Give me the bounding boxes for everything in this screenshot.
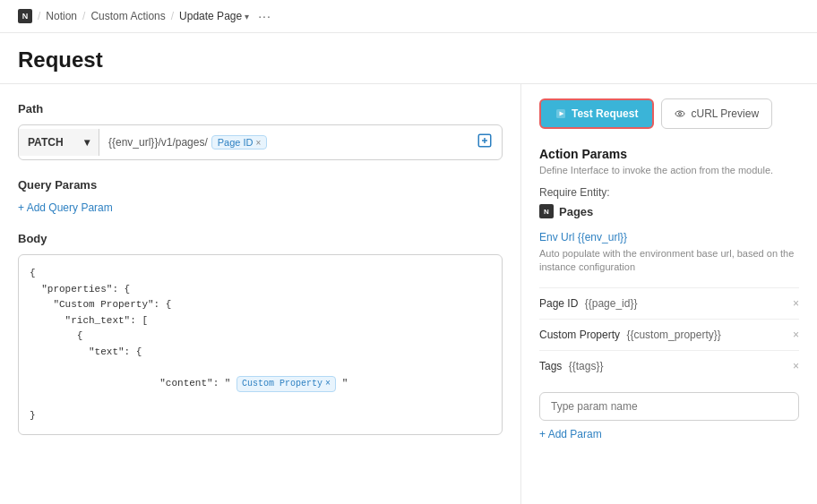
right-panel: Test Request cURL Preview Action Params … [521,84,817,504]
code-line-2: "properties": { [30,282,491,298]
main-content: Path PATCH ▾ {{env_url}}/v1/pages/ Page … [0,84,817,504]
method-chevron-icon: ▾ [84,136,90,149]
code-line-3: "Custom Property": { [30,297,491,313]
svg-point-6 [679,113,682,115]
test-request-label: Test Request [572,107,638,120]
breadcrumb-custom-actions[interactable]: Custom Actions [90,10,165,22]
body-section: Body { "properties": { "Custom Property"… [18,232,503,435]
custom-property-tag-label: Custom Property [242,377,322,391]
chevron-down-icon: ▾ [245,12,249,21]
query-params-label: Query Params [18,178,503,192]
breadcrumb-separator-2: / [82,10,85,22]
code-line-8: } [30,408,491,424]
path-prefix-text: {{env_url}}/v1/pages/ [108,136,208,149]
type-param-input[interactable] [539,392,799,421]
page-title: Request [18,47,799,73]
page-title-area: Request [0,33,817,84]
test-request-button[interactable]: Test Request [539,98,654,129]
require-entity-label: Require Entity: [539,186,799,199]
breadcrumb-separator-1: / [38,10,40,22]
param-row-value-1: {{custom_property}} [626,329,720,341]
code-line-6: "text": { [30,345,491,361]
action-params-desc: Define Interface to invoke the action fr… [539,165,799,175]
action-params-section: Action Params Define Interface to invoke… [539,147,799,440]
custom-property-tag: Custom Property × [236,376,336,392]
path-upload-button[interactable] [468,125,502,159]
param-row-close-2[interactable]: × [793,360,799,372]
param-row-value-2: {{tags}} [569,360,604,372]
svg-point-5 [675,111,684,116]
path-input-content[interactable]: {{env_url}}/v1/pages/ Page ID × [99,128,468,157]
env-url-desc: Auto populate with the environment base … [539,247,799,275]
add-param-button[interactable]: + Add Param [539,428,602,440]
eye-icon [675,108,685,119]
param-row-label-0: Page ID {{page_id}} [539,297,637,310]
entity-name: Pages [559,205,593,218]
code-line-7: "content": " Custom Property × " [30,361,491,408]
entity-notion-icon: N [539,204,554,218]
param-row-label-1: Custom Property {{custom_property}} [539,329,721,341]
path-input-row: PATCH ▾ {{env_url}}/v1/pages/ Page ID × [18,124,503,160]
page-id-badge: Page ID × [211,135,268,149]
param-row-close-0[interactable]: × [793,297,799,310]
code-line-1: { [30,266,491,282]
curl-preview-button[interactable]: cURL Preview [661,98,772,129]
param-row-label-2: Tags {{tags}} [539,360,603,372]
page-id-badge-label: Page ID [218,137,254,148]
custom-property-tag-close-icon[interactable]: × [325,377,331,391]
breadcrumb-current-page[interactable]: Update Page ▾ [179,10,249,22]
action-buttons: Test Request cURL Preview [539,98,799,129]
method-select[interactable]: PATCH ▾ [19,129,99,156]
current-page-label: Update Page [179,10,242,22]
path-label: Path [18,102,503,115]
add-query-param-link[interactable]: + Add Query Param [18,201,113,214]
play-icon [555,108,566,119]
param-row-custom-property: Custom Property {{custom_property}} × [539,319,799,350]
method-value: PATCH [28,136,64,149]
notion-logo-icon: N [18,9,32,23]
body-label: Body [18,232,503,245]
left-panel: Path PATCH ▾ {{env_url}}/v1/pages/ Page … [0,84,521,504]
breadcrumb-nav: N / Notion / Custom Actions / Update Pag… [0,0,817,33]
code-line-4: "rich_text": [ [30,313,491,329]
entity-row: N Pages [539,204,799,218]
env-url-link[interactable]: Env Url {{env_url}} [539,231,799,243]
breadcrumb-separator-3: / [171,10,174,22]
more-options-button[interactable]: ··· [258,9,271,23]
param-row-value-0: {{page_id}} [585,297,638,310]
curl-preview-label: cURL Preview [691,107,759,120]
query-params-section: Query Params + Add Query Param [18,178,503,214]
code-line-5: { [30,329,491,345]
param-row-tags: Tags {{tags}} × [539,350,799,381]
after-tag-text: " [336,378,348,389]
page-id-badge-close-icon[interactable]: × [256,138,262,148]
param-row-close-1[interactable]: × [793,329,799,341]
code-content-prefix: "content": " [89,378,236,389]
path-section: Path PATCH ▾ {{env_url}}/v1/pages/ Page … [18,102,503,160]
breadcrumb-notion[interactable]: Notion [46,10,77,22]
body-editor[interactable]: { "properties": { "Custom Property": { "… [18,254,503,435]
param-row-page-id: Page ID {{page_id}} × [539,287,799,319]
action-params-title: Action Params [539,147,799,161]
